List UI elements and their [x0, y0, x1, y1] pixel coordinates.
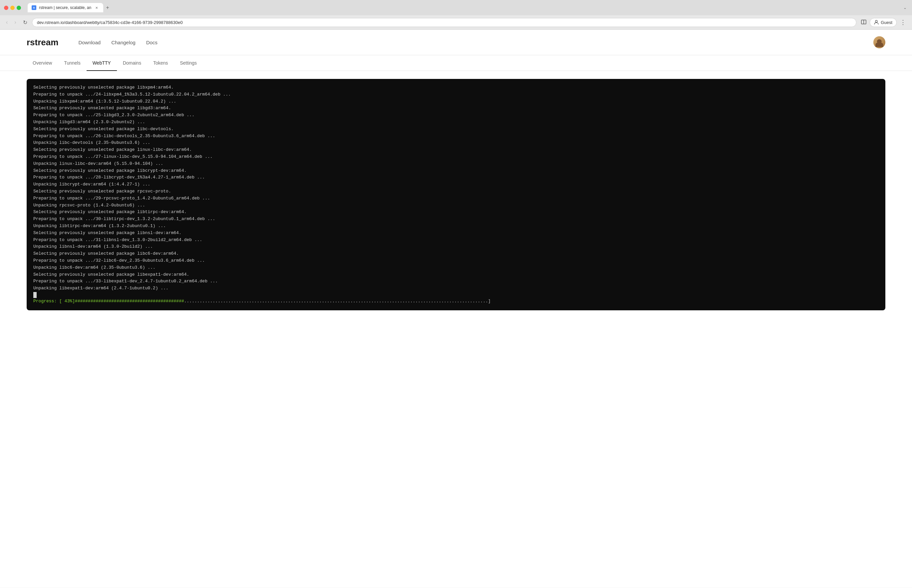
terminal-cursor-line: [33, 292, 879, 298]
terminal-line: Selecting previously unselected package …: [33, 209, 879, 216]
terminal-line: Unpacking libcrypt-dev:arm64 (1:4.4.27-1…: [33, 181, 879, 188]
terminal-line: Unpacking libc-devtools (2.35-0ubuntu3.6…: [33, 139, 879, 147]
progress-label: Progress: [ 43%]: [33, 298, 75, 305]
close-button[interactable]: [4, 6, 8, 10]
terminal-line: Selecting previously unselected package …: [33, 271, 879, 278]
terminal-line: Selecting previously unselected package …: [33, 168, 879, 174]
terminal-line: Preparing to unpack .../24-libxpm4_1%3a3…: [33, 91, 879, 98]
terminal-line: Unpacking linux-libc-dev:arm64 (5.15.0-9…: [33, 160, 879, 168]
user-icon: [874, 20, 879, 25]
terminal-line: Preparing to unpack .../26-libc-devtools…: [33, 133, 879, 140]
tab-webtty[interactable]: WebTTY: [87, 56, 117, 71]
terminal-line: Unpacking libgd3:arm64 (2.3.0-2ubuntu2) …: [33, 119, 879, 126]
new-tab-button[interactable]: +: [103, 3, 112, 13]
nav-download[interactable]: Download: [78, 40, 100, 45]
terminal-line: Selecting previously unselected package …: [33, 188, 879, 195]
terminal-line: Unpacking libc6-dev:arm64 (2.35-0ubuntu3…: [33, 264, 879, 271]
site-logo[interactable]: rstream: [27, 37, 58, 48]
terminal-line: Selecting previously unselected package …: [33, 147, 879, 153]
forward-button[interactable]: ›: [12, 18, 18, 27]
terminal-progress-line: Progress: [ 43%]########################…: [33, 298, 879, 305]
terminal-container[interactable]: Selecting previously unselected package …: [27, 79, 885, 310]
tab-overview[interactable]: Overview: [27, 56, 58, 71]
terminal-line: Unpacking libnsl-dev:arm64 (1.3.0-2build…: [33, 243, 879, 250]
progress-filled: ########################################…: [75, 299, 184, 304]
guest-button[interactable]: Guest: [870, 18, 897, 27]
terminal-line: Preparing to unpack .../32-libc6-dev_2.3…: [33, 257, 879, 264]
page-tabs: Overview Tunnels WebTTY Domains Tokens S…: [0, 55, 912, 71]
terminal-cursor: [33, 292, 37, 298]
minimize-button[interactable]: [10, 6, 15, 10]
terminal-line: Selecting previously unselected package …: [33, 126, 879, 133]
progress-bar: ########################################…: [75, 298, 491, 305]
terminal-line: Preparing to unpack .../28-libcrypt-dev_…: [33, 174, 879, 181]
active-tab[interactable]: n rstream | secure, scalable, an ✕: [27, 3, 103, 12]
tab-bar: n rstream | secure, scalable, an ✕ + ⌄: [27, 3, 908, 13]
browser-titlebar: n rstream | secure, scalable, an ✕ + ⌄: [0, 0, 912, 15]
refresh-button[interactable]: ↻: [21, 18, 29, 27]
terminal-body: Selecting previously unselected package …: [27, 79, 885, 310]
terminal-line: Unpacking libexpat1-dev:arm64 (2.4.7-1ub…: [33, 285, 879, 292]
tab-favicon-icon: n: [32, 5, 36, 10]
avatar-image: [873, 36, 885, 48]
avatar[interactable]: [873, 36, 885, 48]
terminal-line: Unpacking libtirpc-dev:arm64 (1.3.2-2ubu…: [33, 223, 879, 230]
terminal-line: Unpacking libxpm4:arm64 (1:3.5.12-1ubunt…: [33, 98, 879, 105]
tab-domains[interactable]: Domains: [117, 56, 147, 71]
browser-menu-button[interactable]: ⋮: [898, 17, 908, 27]
terminal-line: Preparing to unpack .../33-libexpat1-dev…: [33, 278, 879, 285]
terminal-line: Selecting previously unselected package …: [33, 105, 879, 112]
site-header: rstream Download Changelog Docs: [0, 30, 912, 55]
page: rstream Download Changelog Docs Overview…: [0, 30, 912, 588]
terminal-line: Selecting previously unselected package …: [33, 230, 879, 237]
nav-changelog[interactable]: Changelog: [111, 40, 136, 45]
maximize-button[interactable]: [17, 6, 21, 10]
tab-tunnels[interactable]: Tunnels: [58, 56, 86, 71]
back-button[interactable]: ‹: [4, 18, 10, 27]
progress-empty: ........................................…: [184, 299, 491, 304]
terminal-line: Preparing to unpack .../29-rpcsvc-proto_…: [33, 195, 879, 202]
terminal-line: Preparing to unpack .../25-libgd3_2.3.0-…: [33, 112, 879, 119]
nav-docs[interactable]: Docs: [146, 40, 158, 45]
tab-overflow-button[interactable]: ⌄: [902, 4, 908, 11]
address-bar[interactable]: dev.rstream.io/dashboard/webtty/ca75834c…: [32, 18, 857, 27]
window-controls: [4, 6, 21, 10]
split-screen-button[interactable]: [859, 18, 868, 27]
terminal-line: Selecting previously unselected package …: [33, 250, 879, 257]
tab-title: rstream | secure, scalable, an: [39, 5, 91, 10]
tab-settings[interactable]: Settings: [174, 56, 203, 71]
terminal-line: Unpacking rpcsvc-proto (1.4.2-0ubuntu6) …: [33, 202, 879, 209]
terminal-line: Preparing to unpack .../30-libtirpc-dev_…: [33, 216, 879, 223]
address-bar-row: ‹ › ↻ dev.rstream.io/dashboard/webtty/ca…: [0, 15, 912, 29]
tab-close-button[interactable]: ✕: [94, 5, 99, 10]
browser-chrome: n rstream | secure, scalable, an ✕ + ⌄ ‹…: [0, 0, 912, 30]
guest-label: Guest: [881, 20, 893, 25]
tab-tokens[interactable]: Tokens: [147, 56, 174, 71]
browser-actions: Guest ⋮: [859, 17, 908, 27]
site-nav: Download Changelog Docs: [78, 40, 873, 45]
terminal-line: Preparing to unpack .../27-linux-libc-de…: [33, 153, 879, 160]
url-text: dev.rstream.io/dashboard/webtty/ca75834c…: [37, 20, 852, 25]
terminal-line: Preparing to unpack .../31-libnsl-dev_1.…: [33, 237, 879, 244]
terminal-line: Selecting previously unselected package …: [33, 84, 879, 91]
svg-point-2: [875, 20, 877, 22]
